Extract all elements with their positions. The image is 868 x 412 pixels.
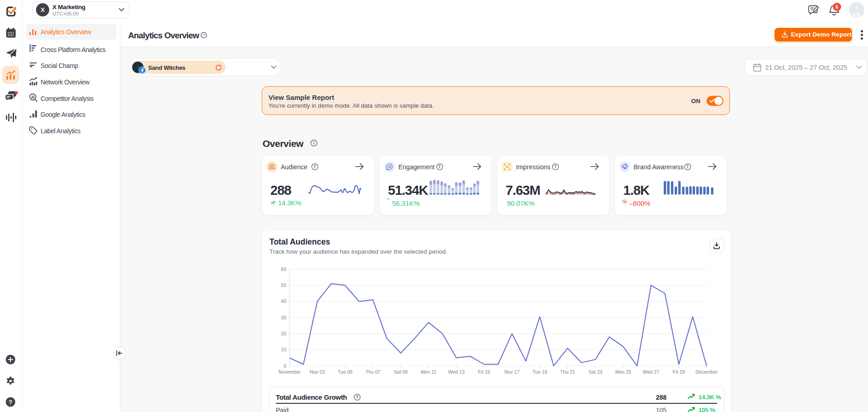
svg-text:?: ? bbox=[9, 399, 12, 406]
svg-text:?: ? bbox=[202, 33, 205, 37]
